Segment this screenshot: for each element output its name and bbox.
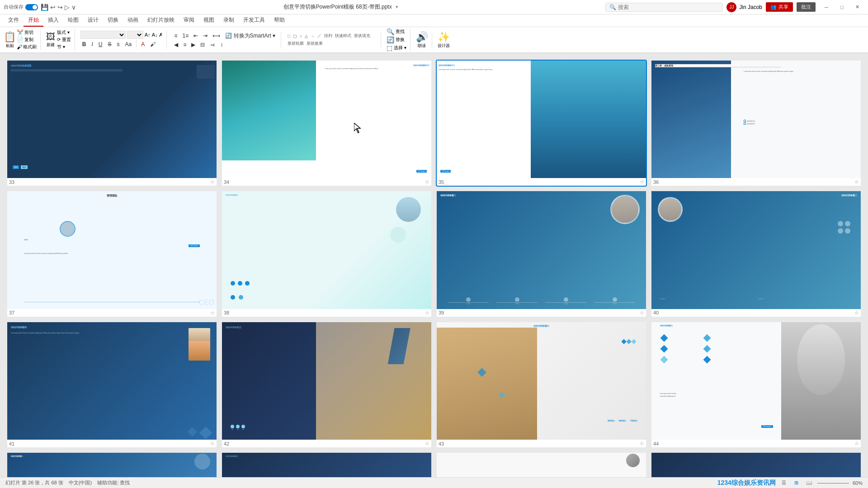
star-33[interactable]: ☆ [210, 179, 215, 185]
paste-button[interactable]: 📋 粘贴 [4, 31, 16, 49]
new-slide-button[interactable]: 🖼 新建 [46, 32, 55, 48]
maximize-button[interactable]: □ [835, 2, 849, 12]
tab-record[interactable]: 录制 [219, 14, 239, 27]
highlight-button[interactable]: 🖌 [148, 41, 157, 48]
line-spacing-button[interactable]: ↕ [218, 41, 225, 48]
star-43[interactable]: ☆ [640, 441, 644, 446]
present-icon[interactable]: ▷ [65, 4, 70, 11]
tab-view[interactable]: 视图 [199, 14, 219, 27]
slide-item-39[interactable]: 你的内容标题二 内容标题 [437, 191, 646, 316]
view-grid-button[interactable]: ⊞ [792, 479, 801, 487]
find-button[interactable]: 🔍 查找 [387, 28, 406, 35]
star-39[interactable]: ☆ [640, 310, 644, 316]
copy-button[interactable]: 📄 复制 [17, 37, 37, 43]
layout-button[interactable]: 版式 ▾ [57, 29, 71, 36]
slide-item-35[interactable]: 你的内容标题展示七 Lorem ipsum dolor sit amet, co… [437, 61, 646, 186]
arrow-shape[interactable]: → [310, 33, 316, 39]
slide-item-47[interactable]: 47 ☆ [437, 453, 646, 477]
redo-icon[interactable]: ↪ [57, 4, 63, 11]
slide-item-44[interactable]: 你的内容标题七 PPT Creative Lorem ipsum dolor s… [651, 322, 861, 447]
oval-shape[interactable]: ○ [299, 33, 303, 39]
view-reading-button[interactable]: 📖 [805, 479, 814, 487]
slide-item-34[interactable]: 你的内容标题展示六 Lorem ipsum dolor sit amet, co… [222, 61, 431, 186]
round-rect-shape[interactable]: ▢ [292, 33, 298, 39]
increase-size-button[interactable]: A↑ [145, 32, 151, 38]
slide-item-37[interactable]: 管理团队 CEO Jack Garden Lorem ipsum dolor s… [7, 191, 217, 316]
italic-button[interactable]: I [90, 41, 94, 48]
tab-draw[interactable]: 绘图 [63, 14, 83, 27]
tab-design[interactable]: 设计 [83, 14, 103, 27]
share-button[interactable]: 👥 共享 [766, 2, 793, 12]
shape-effect-button[interactable]: 形状效果 [306, 40, 324, 47]
slide-item-43[interactable]: 你的内容标题六 [437, 322, 646, 447]
search-bar[interactable]: 🔍 [605, 3, 723, 12]
more-icon[interactable]: ∨ [71, 4, 76, 11]
shadow-button[interactable]: s [115, 41, 121, 48]
tab-file[interactable]: 文件 [4, 14, 24, 27]
cut-button[interactable]: ✂️ 剪切 [17, 29, 37, 36]
comment-button[interactable]: 批注 [797, 2, 816, 12]
triangle-shape[interactable]: △ [304, 33, 309, 39]
font-color-button[interactable]: A [139, 41, 146, 48]
shape-outline-button[interactable]: 形状轮廓 [287, 40, 305, 47]
star-40[interactable]: ☆ [854, 310, 859, 316]
star-38[interactable]: ☆ [425, 310, 429, 316]
star-36[interactable]: ☆ [854, 179, 859, 185]
tab-transition[interactable]: 切换 [103, 14, 123, 27]
slide-item-40[interactable]: 你的内容标题二 [651, 191, 861, 316]
bold-button[interactable]: B [80, 41, 88, 48]
justify-button[interactable]: ⊟ [198, 41, 207, 48]
replace-button[interactable]: 🔄 替换 [387, 36, 406, 43]
star-42[interactable]: ☆ [425, 441, 429, 446]
decrease-size-button[interactable]: A↓ [152, 32, 158, 38]
line-shape[interactable]: ／ [316, 33, 322, 39]
undo-icon[interactable]: ↩ [50, 4, 56, 11]
strikethrough-button[interactable]: S [106, 41, 113, 48]
reset-button[interactable]: ⟳ 重置 [57, 37, 71, 43]
align-center-button[interactable]: ≡ [181, 41, 188, 48]
tab-help[interactable]: 帮助 [269, 14, 289, 27]
slide-item-38[interactable]: 你的内容标题一 [222, 191, 431, 316]
slide-item-33[interactable]: 你的内容标题展示五 500 800 33 ☆ [7, 61, 217, 186]
clear-format-button[interactable]: ✗ [159, 32, 163, 38]
star-35[interactable]: ☆ [640, 179, 644, 185]
minimize-button[interactable]: ─ [819, 2, 834, 12]
quick-style-button[interactable]: 快速样式 [334, 33, 352, 39]
tab-review[interactable]: 审阅 [179, 14, 199, 27]
font-size-select[interactable] [127, 31, 143, 39]
star-44[interactable]: ☆ [854, 441, 859, 446]
underline-button[interactable]: U [97, 41, 104, 48]
bullets-button[interactable]: ≡ [172, 32, 179, 39]
columns-button[interactable]: ⫤ [208, 41, 217, 48]
slide-item-45[interactable]: 你的内容标题一 45 ☆ [7, 453, 217, 477]
tab-slideshow[interactable]: 幻灯片放映 [143, 14, 179, 27]
save-icon[interactable]: 💾 [41, 4, 48, 11]
tab-dev[interactable]: 开发工具 [239, 14, 269, 27]
star-34[interactable]: ☆ [425, 179, 429, 185]
select-button[interactable]: ⬚ 选择 ▾ [387, 44, 406, 52]
decrease-indent-button[interactable]: ⇤ [192, 32, 200, 39]
tab-home[interactable]: 开始 [24, 14, 43, 27]
close-button[interactable]: ✕ [850, 2, 864, 12]
align-right-button[interactable]: ▶ [189, 41, 197, 48]
designer-group[interactable]: ✨ 设计器 [434, 31, 453, 49]
convert-smartart-button[interactable]: 🔄 转换为SmartArt ▾ [223, 32, 277, 40]
star-41[interactable]: ☆ [210, 441, 215, 446]
text-direction-button[interactable]: ⟷ [211, 32, 222, 39]
slide-item-48[interactable]: 48 ☆ [651, 453, 861, 477]
star-37[interactable]: ☆ [210, 310, 215, 316]
increase-indent-button[interactable]: ⇥ [201, 32, 209, 39]
shape-fill-button[interactable]: 形状填充 [353, 33, 371, 39]
format-paint-button[interactable]: 🖌 格式刷 [17, 44, 37, 50]
tab-animation[interactable]: 动画 [123, 14, 143, 27]
section-button[interactable]: 节 ▾ [57, 44, 71, 50]
slide-item-42[interactable]: 你的内容标题五 标题 [222, 322, 431, 447]
slide-item-36[interactable]: 第三章：成效展现 Lorem ipsum dolor sit amet, con… [651, 61, 861, 186]
align-left-button[interactable]: ◀ [172, 41, 180, 48]
slide-item-41[interactable]: 你的内容标题四 Lorem ipsum dolor sit amet, cons… [7, 322, 217, 447]
search-input[interactable] [618, 4, 708, 10]
font-family-select[interactable] [80, 31, 126, 39]
auto-save-toggle[interactable] [25, 4, 38, 10]
tab-insert[interactable]: 插入 [43, 14, 63, 27]
numbering-button[interactable]: 1≡ [180, 32, 190, 39]
